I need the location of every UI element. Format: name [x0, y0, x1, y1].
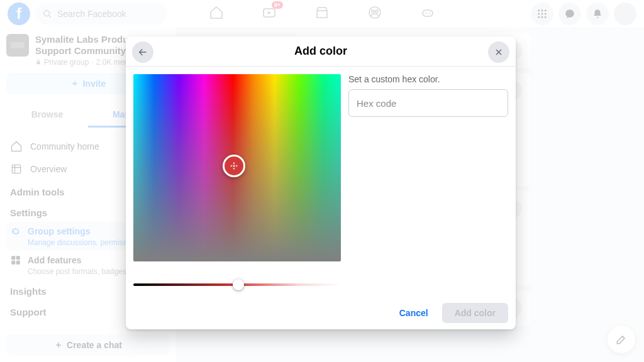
hex-column: Set a custom hex color.: [348, 74, 508, 290]
add-color-modal: Add color Set a custom hex color. Cancel…: [126, 36, 516, 329]
color-field[interactable]: [133, 74, 341, 261]
modal-header: Add color: [126, 36, 516, 67]
back-button[interactable]: [132, 41, 153, 63]
arrow-left-icon: [138, 47, 148, 57]
slider-thumb[interactable]: [233, 279, 244, 290]
close-icon: [494, 47, 504, 57]
cancel-button[interactable]: Cancel: [391, 303, 437, 323]
modal-footer: Cancel Add color: [126, 297, 516, 329]
modal-body: Set a custom hex color.: [126, 67, 516, 298]
hex-label: Set a custom hex color.: [348, 74, 508, 84]
move-icon: [230, 162, 238, 170]
color-picker-column: [133, 74, 341, 290]
color-field-handle[interactable]: [223, 155, 245, 177]
hex-code-input[interactable]: [348, 89, 508, 117]
modal-title: Add color: [294, 45, 347, 58]
lightness-slider[interactable]: [133, 279, 341, 290]
add-color-button[interactable]: Add color: [442, 303, 508, 323]
close-button[interactable]: [488, 41, 509, 63]
